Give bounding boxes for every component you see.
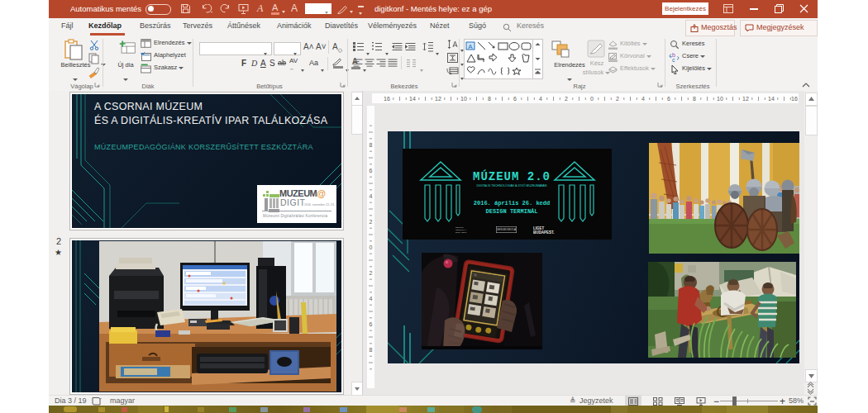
svg-text:4: 4: [370, 193, 373, 199]
svg-text:12: 12: [742, 96, 749, 102]
svg-text:2: 2: [565, 96, 568, 102]
svg-text:6: 6: [667, 96, 670, 102]
svg-text:6: 6: [370, 168, 373, 173]
svg-text:0: 0: [590, 96, 594, 102]
svg-text:8: 8: [370, 142, 373, 148]
svg-text:8: 8: [370, 347, 373, 353]
svg-text:12: 12: [435, 96, 441, 102]
svg-text:8: 8: [693, 96, 696, 102]
svg-text:10: 10: [717, 96, 723, 102]
svg-text:8: 8: [488, 96, 491, 102]
svg-text:4: 4: [370, 296, 373, 301]
svg-text:16: 16: [384, 96, 390, 102]
svg-text:6: 6: [513, 96, 517, 102]
svg-text:A: A: [468, 43, 473, 50]
svg-text:10: 10: [460, 96, 467, 102]
svg-text:2: 2: [370, 219, 373, 225]
svg-text:14: 14: [409, 96, 416, 102]
svg-text:4: 4: [539, 96, 542, 102]
svg-text:16: 16: [791, 96, 798, 102]
svg-text:2: 2: [370, 270, 373, 276]
svg-text:0: 0: [370, 244, 373, 250]
svg-text:c: c: [672, 57, 675, 63]
svg-text:2: 2: [616, 96, 619, 102]
svg-text:6: 6: [370, 321, 373, 327]
svg-text:4: 4: [641, 96, 645, 102]
svg-text:14: 14: [768, 96, 775, 102]
